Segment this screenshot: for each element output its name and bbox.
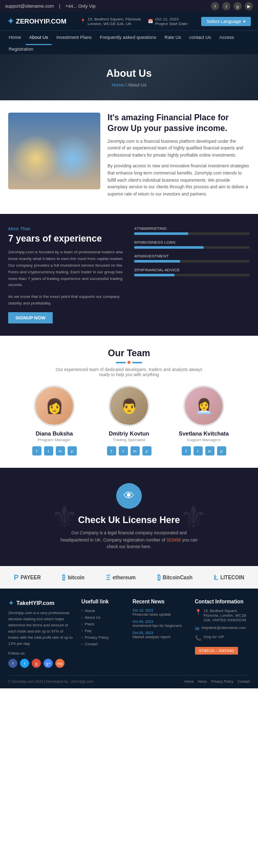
logo[interactable]: ✦ ZEROHYIP.COM	[7, 16, 67, 26]
breadcrumb-home[interactable]: Home	[112, 82, 124, 88]
divider-dot	[127, 361, 131, 364]
news-item-2: Oct 08, 2023 Investment tips for beginne…	[133, 620, 188, 628]
member-socials-diana: f t in p	[21, 446, 88, 455]
team-title: Our Team	[8, 348, 250, 359]
facebook-icon[interactable]: f	[32, 446, 41, 455]
divider-line-2	[132, 362, 142, 363]
news-date-3: Oct 05, 2023	[133, 631, 188, 635]
footer-logo-text: TakeHYIP.com	[16, 600, 54, 606]
footer-rss-icon[interactable]: rss	[55, 659, 64, 668]
nav-investment[interactable]: Investment Plans	[53, 31, 95, 45]
facebook-icon[interactable]: f	[182, 446, 191, 455]
twitter-icon[interactable]: t	[119, 446, 128, 455]
nav-registration[interactable]: Registration	[5, 45, 37, 54]
footer-bottom-news[interactable]: News	[198, 680, 207, 683]
skill-marketing-fill	[134, 232, 188, 235]
email-text: support@sitename.com	[5, 4, 54, 9]
news-item-3: Oct 05, 2023 Market analysis report	[133, 631, 188, 639]
partner-ethereum-label: ethereum	[113, 575, 136, 580]
google-icon[interactable]: g	[233, 2, 242, 10]
footer-google-icon[interactable]: g	[32, 659, 41, 668]
date-info: 📅 Oct 12, 2023 Project Start Date	[148, 17, 187, 26]
footer-phone-text: Only for VIP	[204, 635, 224, 639]
header-info: 📍 15, Bedford Square, Fitzravia London, …	[80, 17, 187, 26]
about-title: It's amazing Financial Place for Grow Up…	[107, 113, 250, 134]
youtube-icon[interactable]: ▶	[245, 2, 253, 10]
footer-col-links: Usefull link Home About Us Plans Faq Pri…	[81, 599, 125, 668]
footer-link-privacy[interactable]: Privacy Policy	[81, 635, 125, 640]
breadcrumb-current: About Us	[127, 82, 146, 88]
chevron-down-icon: ▾	[243, 19, 246, 24]
linkedin-icon[interactable]: in	[205, 446, 214, 455]
footer-about-text: ZeroHyip.com is a very professional deci…	[8, 610, 74, 647]
twitter-icon[interactable]: t	[44, 446, 53, 455]
pinterest-icon[interactable]: p	[217, 446, 226, 455]
facebook-icon[interactable]: f	[211, 2, 219, 10]
footer-link-home[interactable]: Home	[81, 609, 125, 613]
facebook-icon[interactable]: f	[107, 446, 116, 455]
footer-link-about[interactable]: About Us	[81, 615, 125, 620]
footer-logo-icon: ✦	[8, 599, 14, 607]
footer-phone: 📞 Only for VIP	[195, 635, 250, 641]
partner-bitcoin-label: bitcoin	[68, 575, 84, 580]
license-section: ⚜⚜ 👁 Check Uk License Here Our Company i…	[0, 468, 258, 566]
footer-contact-title: Contact Information	[195, 599, 250, 604]
member-name-diana: Diana Buksha	[21, 430, 88, 437]
office-photo	[8, 113, 100, 189]
linkedin-icon[interactable]: in	[131, 446, 140, 455]
footer-gplus-icon[interactable]: g+	[44, 659, 53, 668]
footer-email-text: helpdesk@sitername.com	[202, 625, 246, 630]
skill-marketing-track	[134, 232, 250, 235]
footer-bottom: © ZeroHyip.com 2019 | Developed by : Zer…	[8, 675, 250, 683]
pinterest-icon[interactable]: p	[68, 446, 77, 455]
footer-grid: ✦ TakeHYIP.com ZeroHyip.com is a very pr…	[8, 599, 250, 668]
license-title: Check Uk License Here	[8, 515, 250, 526]
footer-bottom-privacy[interactable]: Privacy Policy	[211, 680, 233, 683]
skill-investment: 40%INVESTMENT	[134, 254, 250, 263]
nav-faq[interactable]: Frequently asked questions	[96, 31, 160, 45]
footer-email: ✉ helpdesk@sitername.com	[195, 625, 250, 632]
twitter-icon[interactable]: t	[193, 446, 203, 455]
footer-bottom-home[interactable]: Home	[184, 680, 194, 683]
top-bar-left: support@sitename.com | +44... Only Vip	[5, 4, 96, 9]
member-name-svetlana: Svetlana Kvitchata	[170, 430, 237, 437]
team-member-2: 👨 Dmitriy Kovtun Trading Specialist f t …	[96, 385, 162, 455]
header: ✦ ZEROHYIP.COM 📍 15, Bedford Square, Fit…	[0, 12, 258, 30]
language-button[interactable]: Select Language ▾	[201, 17, 251, 26]
skill-marketing-label: 47%MARKETING	[134, 226, 250, 231]
email-icon: ✉	[195, 626, 199, 632]
date-label: Oct 12, 2023	[155, 17, 187, 21]
address-info: 📍 15, Bedford Square, Fitzravia London, …	[80, 17, 141, 26]
nav-sub: Registration	[0, 45, 258, 54]
logo-icon: ✦	[7, 16, 14, 26]
footer-link-faq[interactable]: Faq	[81, 628, 125, 633]
nav-rate[interactable]: Rate Us	[161, 31, 185, 45]
pinterest-icon[interactable]: p	[142, 446, 152, 455]
nav-home[interactable]: Home	[5, 31, 25, 45]
skill-business-loan-fill	[134, 246, 204, 249]
footer: ✦ TakeHYIP.com ZeroHyip.com is a very pr…	[0, 589, 258, 688]
member-socials-svetlana: f t in p	[170, 446, 237, 455]
twitter-icon[interactable]: t	[222, 2, 230, 10]
footer-facebook-icon[interactable]: f	[8, 659, 17, 668]
partner-litecoin: Ł LITECOIN	[214, 573, 244, 581]
footer-bottom-contact[interactable]: Contact	[238, 680, 250, 683]
footer-news-title: Recent News	[133, 599, 188, 604]
nav-access[interactable]: Access	[216, 31, 238, 45]
location-icon: 📍	[195, 609, 201, 615]
avatar-svetlana: 👩‍💼	[183, 385, 224, 426]
ethereum-icon: Ξ	[106, 573, 111, 581]
nav-contact[interactable]: contact Us	[186, 31, 215, 45]
footer-link-contact[interactable]: Contact	[81, 642, 125, 646]
linkedin-icon[interactable]: in	[56, 446, 65, 455]
partner-payeer-label: PAYEER	[20, 575, 40, 580]
experience-tag: More Than	[8, 226, 124, 231]
footer-link-plans[interactable]: Plans	[81, 622, 125, 626]
team-grid: 👩 Diana Buksha Program Manager f t in p …	[8, 385, 250, 455]
skill-financial-advice: 35%FINANCIAL ADVICE	[134, 268, 250, 276]
experience-left: More Than 7 years of experience ZeroHyip…	[8, 226, 124, 323]
nav-about[interactable]: About Us	[26, 31, 52, 45]
license-number[interactable]: 323456	[166, 537, 181, 542]
footer-twitter-icon[interactable]: t	[20, 659, 29, 668]
signup-button[interactable]: SIGNUP NOW	[8, 312, 53, 323]
